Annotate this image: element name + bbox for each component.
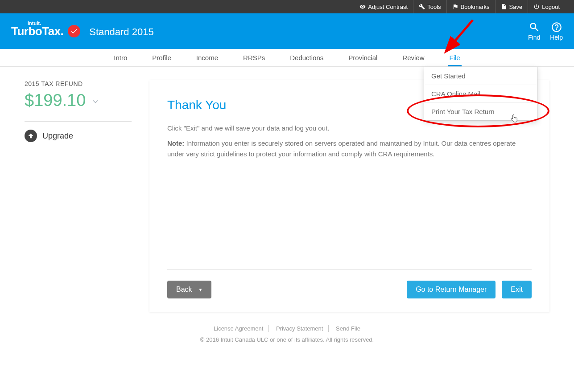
bookmarks-link[interactable]: Bookmarks xyxy=(447,0,496,13)
nav-profile[interactable]: Profile xyxy=(140,49,184,66)
tools-link[interactable]: Tools xyxy=(413,0,446,13)
main-nav: Intro Profile Income RRSPs Deductions Pr… xyxy=(0,49,574,67)
eye-icon xyxy=(359,4,366,10)
chevron-down-icon xyxy=(91,91,100,110)
exit-instruction: Click "Exit" and we will save your data … xyxy=(167,123,532,134)
upgrade-link[interactable]: Upgrade xyxy=(25,130,132,142)
divider xyxy=(25,121,132,122)
footer-links: License Agreement Privacy Statement Send… xyxy=(0,325,574,332)
search-icon xyxy=(529,21,540,33)
nav-income[interactable]: Income xyxy=(184,49,231,66)
dropdown-print-return[interactable]: Print Your Tax Return xyxy=(424,103,537,120)
brand-name: TurboTax. xyxy=(11,24,63,38)
nav-intro[interactable]: Intro xyxy=(101,49,140,66)
logout-link[interactable]: Logout xyxy=(528,0,565,13)
save-label: Save xyxy=(509,4,523,10)
refund-amount[interactable]: $199.10 xyxy=(25,91,132,110)
document-icon xyxy=(501,4,507,10)
nav-file[interactable]: File xyxy=(437,49,473,66)
return-manager-button[interactable]: Go to Return Manager xyxy=(407,281,496,298)
bookmarks-label: Bookmarks xyxy=(461,4,490,10)
back-button[interactable]: Back ▼ xyxy=(167,281,211,298)
flag-icon xyxy=(452,4,458,10)
note-text: Information you enter is securely stored… xyxy=(167,139,516,158)
tools-label: Tools xyxy=(427,4,441,10)
security-note: Note: Information you enter is securely … xyxy=(167,138,532,159)
note-label: Note: xyxy=(167,139,184,147)
privacy-link[interactable]: Privacy Statement xyxy=(271,325,329,332)
nav-deductions[interactable]: Deductions xyxy=(277,49,336,66)
utility-bar: Adjust Contrast Tools Bookmarks Save Log… xyxy=(0,0,574,13)
dropdown-get-started[interactable]: Get Started xyxy=(424,67,537,85)
adjust-contrast-label: Adjust Contrast xyxy=(368,4,408,10)
caret-down-icon: ▼ xyxy=(198,287,203,292)
refund-label: 2015 TAX REFUND xyxy=(25,80,132,87)
nav-provincial[interactable]: Provincial xyxy=(336,49,390,66)
upgrade-arrow-icon xyxy=(25,130,37,142)
nav-rrsps[interactable]: RRSPs xyxy=(231,49,277,66)
logout-label: Logout xyxy=(542,4,560,10)
nav-review[interactable]: Review xyxy=(390,49,437,66)
exit-button[interactable]: Exit xyxy=(502,281,532,298)
brand-parent: intuit. xyxy=(28,20,41,26)
wrench-icon xyxy=(419,4,425,10)
dropdown-cra-mail[interactable]: CRA Online Mail xyxy=(424,85,537,103)
question-icon xyxy=(551,21,562,33)
refund-value: $199.10 xyxy=(25,91,86,110)
power-icon xyxy=(533,4,540,10)
logo: TurboTax. Standard 2015 xyxy=(11,24,154,38)
sidebar: 2015 TAX REFUND $199.10 Upgrade xyxy=(25,80,132,312)
help-label: Help xyxy=(550,34,563,41)
upgrade-label: Upgrade xyxy=(42,131,73,141)
product-name: Standard 2015 xyxy=(89,26,153,38)
check-badge-icon xyxy=(68,25,80,37)
license-link[interactable]: License Agreement xyxy=(208,325,269,332)
copyright: © 2016 Intuit Canada ULC or one of its a… xyxy=(0,336,574,343)
save-link[interactable]: Save xyxy=(496,0,529,13)
back-label: Back xyxy=(176,286,192,294)
panel-footer: Back ▼ Go to Return Manager Exit xyxy=(167,270,532,298)
adjust-contrast-link[interactable]: Adjust Contrast xyxy=(354,0,413,13)
sendfile-link[interactable]: Send File xyxy=(330,325,366,332)
app-header: intuit. TurboTax. Standard 2015 Find Hel… xyxy=(0,13,574,49)
find-button[interactable]: Find xyxy=(528,21,540,41)
find-label: Find xyxy=(528,34,540,41)
page-footer: License Agreement Privacy Statement Send… xyxy=(0,312,574,356)
file-dropdown: Get Started CRA Online Mail Print Your T… xyxy=(424,67,537,121)
help-button[interactable]: Help xyxy=(550,21,563,41)
